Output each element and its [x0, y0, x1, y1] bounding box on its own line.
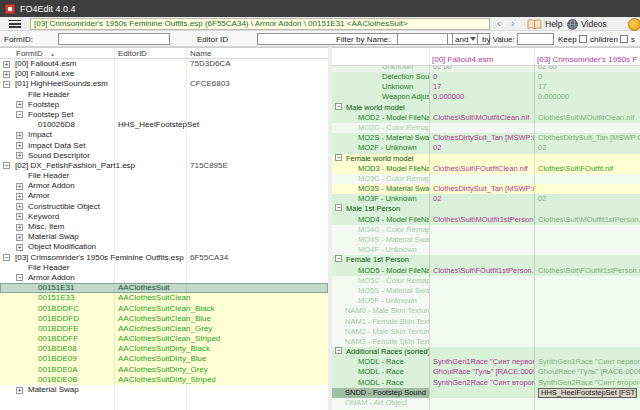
detail-row[interactable]: −Female 1st Person [332, 255, 640, 265]
tree-row[interactable]: +[00] Fallout4.esm75D3D6CA [0, 59, 328, 69]
tree-row[interactable]: 001BDE08AAClothesSuitDirty_Black [0, 344, 328, 354]
detail-row[interactable]: MO4C - Color Remappin... [332, 225, 640, 235]
filter-logic-dropdown[interactable]: and [452, 33, 478, 45]
tree-row[interactable]: +Impact [0, 130, 328, 140]
donate-icon[interactable] [628, 18, 640, 31]
tree-row[interactable]: 010026D8HHS_HeelFootstepSet [0, 120, 328, 130]
collapse-icon[interactable]: − [3, 162, 10, 169]
tree-row[interactable]: +Keyword [0, 212, 328, 222]
tree-row[interactable]: +Footstep [0, 100, 328, 110]
expand-icon[interactable]: + [16, 224, 23, 231]
detail-row[interactable]: MO3S - Material SwapClothesDirtySuit_Tan… [332, 184, 640, 194]
tree-row[interactable]: +Material Swap [0, 385, 328, 395]
detail-row[interactable]: MODL - RaceSynthGen1Race "Синт первого .… [332, 357, 640, 367]
expand-icon[interactable]: + [16, 193, 23, 200]
collapse-icon[interactable]: − [335, 255, 342, 262]
collapse-icon[interactable]: − [335, 204, 342, 211]
tree-row[interactable]: File Header [0, 171, 328, 181]
detail-row[interactable]: MO2F - Unknown0202 [332, 143, 640, 153]
detail-row[interactable]: Unknown1717 [332, 82, 640, 92]
formid-input[interactable] [58, 33, 170, 45]
override-value-cell[interactable]: HHS_HeelFootstepSet [FSTS:0100... [534, 388, 640, 398]
expand-icon[interactable]: + [3, 61, 10, 68]
tree-row[interactable]: +Object Modification [0, 242, 328, 252]
tree-row[interactable]: +Armor [0, 191, 328, 201]
collapse-icon[interactable]: − [3, 81, 10, 88]
detail-column-override[interactable]: [03] Crimsomrider's 1950s Femini... [537, 55, 637, 64]
collapse-icon[interactable]: − [335, 154, 342, 161]
expand-icon[interactable]: + [16, 213, 23, 220]
tree-row[interactable]: 001BDE0BAAClothesSuitDirty_Striped [0, 375, 328, 385]
tree-row[interactable]: +Constructible Object [0, 202, 328, 212]
detail-row[interactable]: MOD4 - Model FileNameClothes\Suit\MOutfi… [332, 215, 640, 225]
tree-row[interactable]: −Armor Addon [0, 273, 328, 283]
detail-row[interactable]: −Male 1st Person [332, 204, 640, 214]
s-checkbox[interactable] [620, 35, 628, 43]
detail-row[interactable]: Weapon Adjust0.0000000.000000 [332, 92, 640, 102]
nav-forward-icon[interactable]: › [511, 17, 515, 30]
tree-row[interactable]: 001BDDFCAAClothesSuitClean_Black [0, 304, 328, 314]
expand-icon[interactable]: + [16, 142, 23, 149]
expand-icon[interactable]: + [16, 101, 23, 108]
collapse-icon[interactable]: − [16, 111, 23, 118]
detail-column-master[interactable]: [00] Fallout4.esm [432, 55, 493, 64]
tree-row[interactable]: −Footstep Set [0, 110, 328, 120]
tree-row[interactable]: −[02] DX_FetishFashion_Part1.esp715C895E [0, 161, 328, 171]
expand-icon[interactable]: + [16, 387, 23, 394]
tree-row[interactable]: +Sound Descriptor [0, 151, 328, 161]
detail-row[interactable]: MO5S - Material Swap [332, 286, 640, 296]
detail-row[interactable]: SNDD - Footstep SoundHHS_HeelFootstepSet… [332, 388, 640, 398]
filter-value-input[interactable] [517, 33, 554, 45]
tree-row[interactable]: 00151E33AAClothesSuitClean [0, 293, 328, 303]
detail-row[interactable]: MODL - RaceSynthGen2Race "Синт второго .… [332, 378, 640, 388]
detail-row[interactable]: MO4F - Unknown [332, 245, 640, 255]
detail-row[interactable]: MO5F - Unknown [332, 296, 640, 306]
tree-row[interactable]: +Material Swap [0, 232, 328, 242]
tree-column-name[interactable]: Name [190, 49, 211, 58]
tree-row[interactable]: +Impact Data Set [0, 141, 328, 151]
detail-row[interactable]: NAM2 - Male Skin Texture S... [332, 327, 640, 337]
expand-icon[interactable]: + [16, 244, 23, 251]
detail-row[interactable]: −Male world model [332, 103, 640, 113]
tree-row[interactable]: +Armor Addon [0, 181, 328, 191]
detail-row[interactable]: MO4S - Material Swap [332, 235, 640, 245]
collapse-icon[interactable]: − [335, 103, 342, 110]
tree-row[interactable]: 001BDDFEAAClothesSuitClean_Grey [0, 324, 328, 334]
detail-row[interactable]: MOD5 - Model FileNameClothes\Suit\FOutfi… [332, 266, 640, 276]
videos-button[interactable]: Videos [567, 18, 607, 30]
children-checkbox[interactable] [579, 35, 587, 43]
tree-row[interactable]: +[00] Fallout4.exe [0, 69, 328, 79]
detail-row[interactable]: −Additional Races (sorted) [332, 347, 640, 357]
detail-row[interactable]: MOD3 - Model FileNameClothes\Suit\FOutfi… [332, 164, 640, 174]
detail-row[interactable]: MODL - RaceGhoulRace "Гуль" [RACE:000EAF… [332, 367, 640, 377]
tree-row[interactable]: 001BDDFDAAClothesSuitClean_Blue [0, 314, 328, 324]
collapse-icon[interactable]: − [16, 274, 23, 281]
tree-row[interactable]: File Header [0, 263, 328, 273]
expand-icon[interactable]: + [16, 203, 23, 210]
expand-icon[interactable]: + [3, 71, 10, 78]
tree-row[interactable]: −[03] Crimsomrider's 1950s Feminine Outf… [0, 253, 328, 263]
expand-icon[interactable]: + [16, 183, 23, 190]
tree-column-formid[interactable]: FormID [16, 49, 43, 58]
detail-row[interactable]: NAM3 - Female Skin Texture ... [332, 337, 640, 347]
detail-row[interactable]: MO3C - Color Remappin... [332, 174, 640, 184]
detail-row[interactable]: MO2C - Color Remappin... [332, 123, 640, 133]
detail-row[interactable]: −Female world model [332, 154, 640, 164]
tree-row[interactable]: 00151E31AAClothesSuit [0, 283, 328, 293]
collapse-icon[interactable]: − [3, 254, 10, 261]
filter-name-input[interactable] [397, 33, 448, 45]
expand-icon[interactable]: + [16, 132, 23, 139]
tree-row[interactable]: 001BDDFFAAClothesSuitClean_Striped [0, 334, 328, 344]
tree-row[interactable]: −[01] HighHeelSounds.esmCFCE6803 [0, 79, 328, 89]
detail-row[interactable]: MO2S - Material SwapClothesDirtySuit_Tan… [332, 133, 640, 143]
tree-row[interactable]: +Misc. Item [0, 222, 328, 232]
breadcrumb[interactable]: [03] Crimsomrider's 1950s Feminine Outfi… [30, 18, 490, 30]
detail-row[interactable]: NAM1 - Female Skin Texture [332, 317, 640, 327]
hamburger-menu-icon[interactable] [9, 20, 21, 28]
expand-icon[interactable]: + [16, 152, 23, 159]
detail-row[interactable]: MOD2 - Model FileNameClothes\Suit\MOutfi… [332, 113, 640, 123]
help-button[interactable]: Help [527, 18, 562, 30]
tree-row[interactable]: File Header [0, 90, 328, 100]
detail-row[interactable]: Detection Sound Value00 [332, 72, 640, 82]
detail-row[interactable]: MO3F - Unknown0202 [332, 194, 640, 204]
